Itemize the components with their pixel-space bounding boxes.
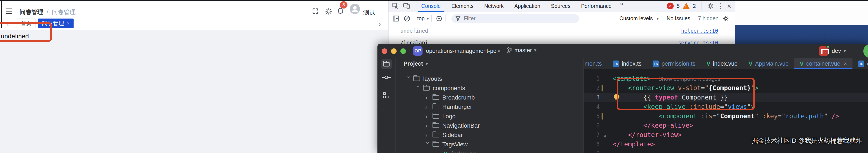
chevron-down-icon: ▾ xyxy=(498,49,500,54)
issues-status[interactable]: No Issues xyxy=(666,15,690,22)
tree-item-label: Logo xyxy=(442,113,456,120)
vue-file-icon: V xyxy=(706,60,710,67)
chevron-down-icon: ▾ xyxy=(426,61,428,67)
chevron-down-icon[interactable]: ▾ xyxy=(657,16,659,21)
devtools-tab-console[interactable]: Console xyxy=(416,0,446,12)
chevron-expanded-icon[interactable]: › xyxy=(415,85,422,92)
tree-item-NavigationBar[interactable]: ›NavigationBar xyxy=(396,121,584,130)
fullscreen-icon[interactable] xyxy=(312,8,319,15)
window-zoom-button[interactable] xyxy=(400,48,406,54)
chevron-down-icon: ▾ xyxy=(427,16,429,21)
tree-item-Sidebar[interactable]: ›Sidebar xyxy=(396,130,584,140)
live-expression-eye-icon[interactable] xyxy=(435,15,443,22)
typescript-file-icon: TS xyxy=(858,60,864,67)
ide-main-area: ··· Project ▾ ›layouts›components›Breadc… xyxy=(377,58,868,153)
npm-run-config-icon[interactable] xyxy=(819,46,829,56)
code-text xyxy=(584,149,613,153)
sidebar-fold-icon[interactable] xyxy=(6,8,12,9)
ide-tool-window-strip: ··· xyxy=(377,58,396,153)
project-tool-window-button[interactable] xyxy=(381,59,392,69)
hidden-messages-count[interactable]: 7 hidden xyxy=(698,15,718,22)
tree-item-components[interactable]: ›components xyxy=(396,83,584,93)
clear-console-icon[interactable] xyxy=(403,15,411,22)
more-tabs-icon[interactable]: » xyxy=(617,0,626,12)
code-line-9: 9 xyxy=(584,149,868,153)
gutter-marker-dot xyxy=(604,135,606,137)
levels-selector[interactable]: Custom levels xyxy=(619,15,653,22)
editor-tab-container.vue[interactable]: Vcontainer.vue× xyxy=(794,58,853,69)
annotation-rectangle-code xyxy=(617,78,755,110)
tree-item-Breadcrumb[interactable]: ›Breadcrumb xyxy=(396,93,584,102)
window-minimize-button[interactable] xyxy=(391,48,397,54)
screenshot-stage: 问卷管理 / 问卷管理 8 xyxy=(0,0,868,153)
editor-tab-que[interactable]: TSque xyxy=(852,58,868,69)
filter-input[interactable]: Filter xyxy=(452,14,579,23)
devtools-tab-network[interactable]: Network xyxy=(479,0,509,12)
code-text: </router-view> xyxy=(584,130,682,139)
chevron-expanded-icon[interactable]: › xyxy=(425,142,432,148)
chevron-down-icon: ▾ xyxy=(534,48,536,53)
chevron-collapsed-icon[interactable]: › xyxy=(425,94,431,101)
divider xyxy=(662,15,663,22)
tree-item-label: Breadcrumb xyxy=(442,94,475,101)
editor-tab-permission.ts[interactable]: TSpermission.ts xyxy=(647,58,701,69)
close-tab-icon[interactable]: × xyxy=(844,60,847,67)
tree-item-label: layouts xyxy=(423,75,442,82)
chevron-collapsed-icon[interactable]: › xyxy=(425,103,431,110)
context-selector[interactable]: top ▾ xyxy=(417,15,429,22)
chevron-collapsed-icon[interactable]: › xyxy=(425,122,431,129)
editor-tab-index.vue[interactable]: Vindex.vue xyxy=(701,58,743,69)
chevron-collapsed-icon[interactable]: › xyxy=(425,131,431,139)
editor-tab-index.ts[interactable]: TSindex.ts xyxy=(607,58,647,69)
refresh-rays-icon[interactable] xyxy=(325,8,332,15)
error-badge-icon[interactable]: × xyxy=(667,3,674,9)
tree-item-layouts[interactable]: ›layouts xyxy=(396,74,584,83)
code-line-6: 6 </keep-alive> xyxy=(584,121,868,130)
window-close-button[interactable] xyxy=(382,48,387,54)
devtools-tab-sources[interactable]: Sources xyxy=(546,0,576,12)
editor-tab-AppMain.vue[interactable]: VAppMain.vue xyxy=(743,58,794,69)
tags-scroll-right-icon[interactable]: › xyxy=(374,18,385,30)
console-settings-gear-icon[interactable] xyxy=(722,15,729,22)
tree-item-label: components xyxy=(433,85,465,92)
editor-tab-strip: mon.tsTSindex.tsTSpermission.tsVindex.vu… xyxy=(584,58,868,69)
chevron-collapsed-icon[interactable]: › xyxy=(425,113,431,120)
breadcrumb-section[interactable]: 问卷管理 xyxy=(20,8,43,16)
app-header: 问卷管理 / 问卷管理 8 xyxy=(0,0,388,18)
device-toolbar-icon[interactable] xyxy=(403,2,411,9)
chevron-expanded-icon[interactable]: › xyxy=(405,76,412,82)
avatar[interactable] xyxy=(350,4,360,14)
structure-tool-window-icon[interactable] xyxy=(383,92,390,99)
devtools-tab-application[interactable]: Application xyxy=(509,0,546,12)
dock-side-icon[interactable] xyxy=(392,15,400,22)
error-count[interactable]: 5 xyxy=(677,3,680,9)
devtools-tab-elements[interactable]: Elements xyxy=(446,0,479,12)
username-label[interactable]: 测试 xyxy=(363,8,375,17)
devtools-tab-performance[interactable]: Performance xyxy=(576,0,617,12)
inspect-element-icon[interactable] xyxy=(392,2,399,9)
tree-item-Logo[interactable]: ›Logo xyxy=(396,112,584,121)
devtools-close-icon[interactable]: × xyxy=(727,2,731,10)
more-tool-windows-icon[interactable]: ··· xyxy=(382,106,391,113)
tree-item-index.vue[interactable]: ›Vindex.vue xyxy=(396,149,584,153)
close-tag-icon[interactable]: × xyxy=(67,21,69,26)
run-button[interactable] xyxy=(863,44,868,58)
devtools-settings-gear-icon[interactable] xyxy=(707,2,714,9)
devtools-kebab-menu-icon[interactable]: ⋮ xyxy=(717,2,724,10)
console-source-link[interactable]: helper.ts:10 xyxy=(681,28,718,34)
folder-icon xyxy=(433,105,439,109)
run-configuration-selector[interactable]: dev ▾ xyxy=(832,48,846,54)
project-panel-header[interactable]: Project ▾ xyxy=(396,58,584,69)
breadcrumb: 问卷管理 / 问卷管理 xyxy=(20,8,76,16)
commit-tool-window-icon[interactable] xyxy=(385,76,388,79)
tree-item-TagsView[interactable]: ›TagsView xyxy=(396,140,584,149)
vcs-branch-selector[interactable]: master ▾ xyxy=(507,47,536,54)
editor-tab-mon.ts[interactable]: mon.ts xyxy=(584,58,607,69)
vue-file-icon: V xyxy=(748,60,752,67)
tree-item-Hamburger[interactable]: ›Hamburger xyxy=(396,102,584,112)
context-selector-value: top xyxy=(417,15,425,22)
editor-pane[interactable]: mon.tsTSindex.tsTSpermission.tsVindex.vu… xyxy=(584,58,868,153)
warning-badge-icon[interactable] xyxy=(683,3,690,9)
project-name-selector[interactable]: operations-management-pc ▾ xyxy=(426,48,500,54)
warning-count[interactable]: 2 xyxy=(693,3,696,9)
